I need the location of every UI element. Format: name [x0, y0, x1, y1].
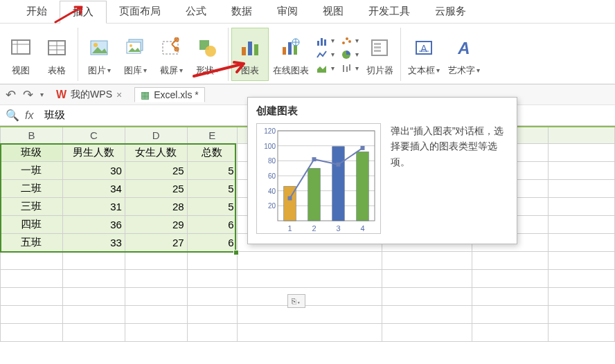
cell[interactable]: [1, 269, 63, 287]
mini-line-btn[interactable]: ▾: [316, 48, 335, 61]
cell[interactable]: [237, 323, 382, 341]
cell[interactable]: [549, 269, 615, 287]
ribbon-view[interactable]: 视图: [3, 28, 39, 81]
close-icon[interactable]: ×: [116, 89, 122, 100]
cell[interactable]: 27: [125, 233, 187, 251]
cell[interactable]: 28: [125, 197, 187, 215]
ribbon-shape[interactable]: 形状▾: [189, 28, 229, 81]
zoom-icon[interactable]: 🔍: [6, 109, 19, 122]
cell[interactable]: [1, 251, 63, 269]
cell[interactable]: [187, 251, 237, 269]
cell[interactable]: 一班: [1, 161, 63, 179]
cell[interactable]: 总数: [187, 143, 237, 161]
cell[interactable]: 5: [187, 179, 237, 197]
cell[interactable]: [472, 305, 549, 323]
cell[interactable]: [237, 251, 382, 269]
tab-formula[interactable]: 公式: [173, 1, 219, 22]
cell[interactable]: [125, 323, 187, 341]
tab-data[interactable]: 数据: [219, 1, 265, 22]
cell[interactable]: [382, 251, 472, 269]
cell[interactable]: [187, 287, 237, 305]
col-header[interactable]: D: [125, 127, 187, 143]
cell[interactable]: [382, 305, 472, 323]
cell[interactable]: 6: [187, 233, 237, 251]
col-header[interactable]: C: [62, 127, 125, 143]
ribbon-online-chart[interactable]: 在线图表: [269, 28, 313, 81]
tab-insert[interactable]: 插入: [60, 1, 107, 24]
redo-button[interactable]: ↷: [23, 87, 33, 102]
cell[interactable]: [549, 305, 615, 323]
cell[interactable]: 女生人数: [125, 143, 187, 161]
cell[interactable]: [472, 287, 549, 305]
ribbon-gallery[interactable]: 图库▾: [117, 28, 153, 81]
cell[interactable]: 34: [62, 179, 125, 197]
cell[interactable]: [62, 269, 125, 287]
cell[interactable]: 29: [125, 215, 187, 233]
ribbon-chart[interactable]: 图表: [231, 28, 269, 81]
cell[interactable]: 班级: [1, 143, 63, 161]
cell[interactable]: [125, 287, 187, 305]
cell[interactable]: 6: [187, 215, 237, 233]
cell[interactable]: [237, 287, 382, 305]
cell[interactable]: [187, 323, 237, 341]
cell[interactable]: 三班: [1, 197, 63, 215]
mini-stock-btn[interactable]: ▾: [340, 62, 359, 75]
cell[interactable]: [549, 179, 615, 197]
cell[interactable]: 五班: [1, 233, 63, 251]
cell[interactable]: [472, 269, 549, 287]
cell[interactable]: [549, 197, 615, 215]
cell[interactable]: 25: [125, 179, 187, 197]
cell[interactable]: [1, 323, 63, 341]
cell[interactable]: [187, 269, 237, 287]
mini-pie-btn[interactable]: ▾: [340, 48, 359, 61]
cell[interactable]: [549, 287, 615, 305]
ribbon-wordart[interactable]: A 艺术字▾: [444, 28, 484, 81]
cell[interactable]: [549, 251, 615, 269]
cell[interactable]: [549, 161, 615, 179]
cell[interactable]: 5: [187, 197, 237, 215]
cell[interactable]: [187, 305, 237, 323]
cell[interactable]: 四班: [1, 215, 63, 233]
ribbon-table[interactable]: 表格: [39, 28, 78, 81]
ribbon-screenshot[interactable]: 截屏▾: [153, 28, 189, 81]
cell[interactable]: [1, 287, 63, 305]
tab-layout[interactable]: 页面布局: [107, 1, 173, 22]
cell[interactable]: [549, 233, 615, 251]
cell[interactable]: [1, 305, 63, 323]
cell[interactable]: [472, 323, 549, 341]
cell[interactable]: [382, 323, 472, 341]
cell[interactable]: 31: [62, 197, 125, 215]
selection-handle[interactable]: [233, 250, 239, 255]
cell[interactable]: [549, 215, 615, 233]
ribbon-textbox[interactable]: A 文本框▾: [404, 28, 444, 81]
tab-review[interactable]: 审阅: [265, 1, 310, 22]
cell[interactable]: [62, 287, 125, 305]
paste-options-icon[interactable]: ⎘▾: [287, 294, 305, 308]
cell[interactable]: 33: [62, 233, 125, 251]
cell[interactable]: [549, 143, 615, 161]
cell[interactable]: [472, 251, 549, 269]
cell[interactable]: 25: [125, 161, 187, 179]
doc-tab-file[interactable]: ▦ Excel.xls *: [134, 87, 205, 102]
col-header[interactable]: B: [1, 127, 63, 143]
cell[interactable]: [382, 287, 472, 305]
mini-bar-btn[interactable]: ▾: [316, 35, 335, 47]
ribbon-picture[interactable]: 图片▾: [81, 28, 117, 81]
mini-area-btn[interactable]: ▾: [316, 62, 335, 75]
cell[interactable]: 二班: [1, 179, 63, 197]
tab-devtools[interactable]: 开发工具: [356, 1, 422, 22]
doc-tab-wps[interactable]: W 我的WPS ×: [51, 87, 127, 102]
tab-home[interactable]: 开始: [14, 1, 60, 22]
tab-cloud[interactable]: 云服务: [422, 1, 479, 22]
cell[interactable]: [549, 323, 615, 341]
cell[interactable]: 36: [62, 215, 125, 233]
ribbon-slicer[interactable]: 切片器: [362, 28, 401, 81]
tab-view[interactable]: 视图: [310, 1, 356, 22]
mini-scatter-btn[interactable]: ▾: [340, 35, 359, 47]
cell[interactable]: [125, 305, 187, 323]
col-header[interactable]: [549, 127, 615, 143]
qat-dropdown[interactable]: ▾: [40, 91, 44, 98]
cell[interactable]: [237, 269, 382, 287]
cell[interactable]: [237, 305, 382, 323]
col-header[interactable]: E: [187, 127, 237, 143]
